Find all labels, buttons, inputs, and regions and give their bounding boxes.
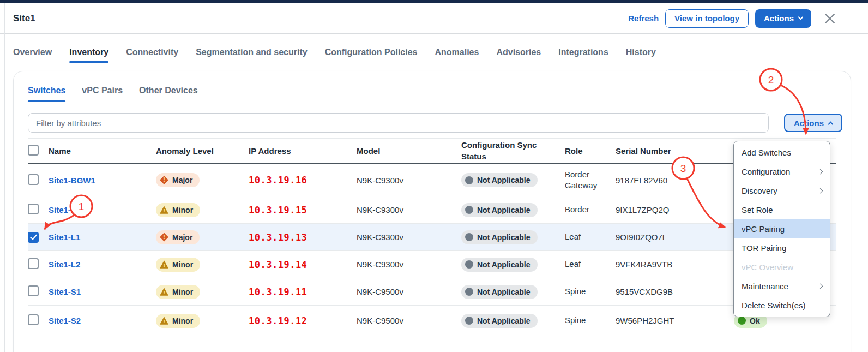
tab-integrations[interactable]: Integrations bbox=[558, 34, 608, 70]
switch-name-link[interactable]: Site1-L1 bbox=[49, 232, 80, 242]
switches-table: Name Anomaly Level IP Address Model Conf… bbox=[14, 133, 851, 336]
table-row: Site1-S1 !Minor 10.3.19.11 N9K-C9500v No… bbox=[28, 278, 836, 306]
anomaly-badge: !Minor bbox=[156, 203, 200, 217]
ip-address-value: 10.3.19.16 bbox=[249, 175, 357, 186]
ip-address-value: 10.3.19.13 bbox=[249, 232, 357, 243]
anomaly-icon: ! bbox=[160, 288, 168, 296]
actions-menu-item[interactable]: Maintenance bbox=[734, 277, 830, 296]
anomaly-icon: ! bbox=[160, 260, 168, 269]
switch-name-link[interactable]: Site1-S2 bbox=[49, 316, 81, 325]
view-in-topology-button[interactable]: View in topology bbox=[665, 9, 749, 28]
model-value: N9K-C9300v bbox=[357, 205, 461, 214]
row-checkbox[interactable] bbox=[28, 285, 39, 296]
close-icon[interactable] bbox=[823, 12, 836, 25]
tab-segmentation-and-security[interactable]: Segmentation and security bbox=[196, 34, 308, 70]
submenu-chevron-icon bbox=[818, 284, 823, 289]
serial-number-value: 9515VCXDG9B bbox=[616, 287, 718, 296]
status-dot-icon bbox=[465, 288, 473, 296]
tab-overview[interactable]: Overview bbox=[13, 34, 52, 70]
subtab-switches[interactable]: Switches bbox=[28, 86, 65, 102]
status-dot-icon bbox=[465, 206, 473, 214]
switch-name-link[interactable]: Site1-S1 bbox=[49, 287, 81, 296]
select-all-checkbox[interactable] bbox=[28, 145, 39, 156]
config-sync-status-badge: Not Applicable bbox=[461, 285, 538, 299]
subtab-other-devices[interactable]: Other Devices bbox=[139, 86, 198, 102]
actions-menu-item[interactable]: Discovery bbox=[734, 181, 830, 200]
ip-address-value: 10.3.19.11 bbox=[249, 287, 357, 297]
table-row: Site1-S2 !Minor 10.3.19.12 N9K-C9500v No… bbox=[28, 306, 836, 336]
anomaly-badge: !Major bbox=[156, 230, 200, 244]
serial-number-value: 9187EL82V60 bbox=[616, 176, 718, 185]
row-checkbox[interactable] bbox=[28, 204, 39, 214]
row-checkbox[interactable] bbox=[28, 174, 39, 185]
filter-input[interactable] bbox=[28, 113, 769, 133]
status-dot-icon bbox=[465, 233, 473, 241]
table-toolbar: Actions bbox=[14, 102, 851, 133]
role-value: Spine bbox=[565, 315, 616, 326]
table-row: Site1-L1 !Major 10.3.19.13 N9K-C9300v No… bbox=[28, 224, 836, 251]
tab-advisories[interactable]: Advisories bbox=[496, 34, 541, 70]
actions-menu-item[interactable]: Add Switches bbox=[734, 143, 830, 162]
role-value: Border Gateway bbox=[565, 169, 616, 192]
role-value: Spine bbox=[565, 286, 616, 297]
ok-dot-icon bbox=[738, 317, 746, 325]
status-dot-icon bbox=[465, 176, 473, 184]
serial-number-value: 9W56PH2JGHT bbox=[616, 316, 718, 325]
serial-number-value: 9VFK4RA9VTB bbox=[616, 260, 718, 269]
table-body: Site1-BGW1 !Major 10.3.19.16 N9K-C9300v … bbox=[28, 164, 836, 336]
column-header-model[interactable]: Model bbox=[357, 146, 461, 156]
column-header-role[interactable]: Role bbox=[565, 146, 616, 156]
actions-menu-item[interactable]: vPC Pairing bbox=[734, 219, 830, 238]
anomaly-icon: ! bbox=[160, 176, 168, 184]
model-value: N9K-C9300v bbox=[357, 260, 461, 269]
page-title: Site1 bbox=[13, 13, 35, 24]
serial-number-value: 9IX1L7ZPQ2Q bbox=[616, 205, 718, 214]
anomaly-icon: ! bbox=[160, 206, 168, 214]
actions-menu-item[interactable]: Configuration bbox=[734, 162, 830, 181]
config-sync-status-badge: Not Applicable bbox=[461, 314, 538, 328]
tab-history[interactable]: History bbox=[626, 34, 656, 70]
tab-configuration-policies[interactable]: Configuration Policies bbox=[325, 34, 418, 70]
status-dot-icon bbox=[465, 260, 473, 269]
panel-actions-button[interactable]: Actions bbox=[755, 9, 811, 28]
table-actions-button[interactable]: Actions bbox=[784, 114, 842, 132]
role-value: Leaf bbox=[565, 231, 616, 242]
column-header-config-sync-status[interactable]: Configuration Sync Status bbox=[461, 140, 548, 162]
row-checkbox[interactable] bbox=[28, 258, 39, 269]
actions-menu-item[interactable]: vPC Overview bbox=[734, 258, 830, 277]
column-header-ip-address[interactable]: IP Address bbox=[249, 146, 357, 156]
switch-name-link[interactable]: Site1-BGW1 bbox=[49, 176, 95, 185]
switch-name-link[interactable]: Site1-BL1 bbox=[49, 205, 86, 214]
actions-menu-item[interactable]: TOR Pairing bbox=[734, 238, 830, 258]
submenu-chevron-icon bbox=[818, 169, 823, 175]
chevron-down-icon bbox=[798, 15, 804, 20]
table-row: Site1-BGW1 !Major 10.3.19.16 N9K-C9300v … bbox=[28, 164, 836, 196]
table-row: Site1-BL1 !Minor 10.3.19.15 N9K-C9300v N… bbox=[28, 196, 836, 224]
column-header-anomaly-level[interactable]: Anomaly Level bbox=[156, 146, 249, 156]
column-header-serial-number[interactable]: Serial Number bbox=[616, 146, 718, 156]
row-checkbox[interactable] bbox=[28, 314, 39, 325]
model-value: N9K-C9300v bbox=[357, 232, 461, 242]
config-sync-status-badge: Not Applicable bbox=[461, 230, 538, 244]
ip-address-value: 10.3.19.15 bbox=[249, 205, 357, 216]
config-sync-status-badge: Not Applicable bbox=[461, 258, 538, 272]
tab-inventory[interactable]: Inventory bbox=[69, 34, 108, 70]
serial-number-value: 9OI9I0ZQO7L bbox=[616, 232, 718, 242]
main-tab-bar: Overview Inventory Connectivity Segmenta… bbox=[0, 34, 868, 71]
tab-connectivity[interactable]: Connectivity bbox=[126, 34, 178, 70]
actions-menu-item[interactable]: Delete Switch(es) bbox=[734, 296, 830, 315]
actions-menu-item[interactable]: Set Role bbox=[734, 200, 830, 219]
ip-address-value: 10.3.19.12 bbox=[249, 315, 357, 326]
subtab-vpc-pairs[interactable]: vPC Pairs bbox=[82, 86, 123, 102]
column-header-name[interactable]: Name bbox=[49, 146, 156, 156]
status-dot-icon bbox=[465, 317, 473, 325]
row-checkbox[interactable] bbox=[28, 232, 39, 243]
switch-name-link[interactable]: Site1-L2 bbox=[49, 260, 80, 269]
ip-address-value: 10.3.19.14 bbox=[249, 259, 357, 270]
submenu-chevron-icon bbox=[818, 188, 823, 194]
device-type-tab-bar: Switches vPC Pairs Other Devices bbox=[14, 71, 851, 102]
role-value: Leaf bbox=[565, 259, 616, 270]
refresh-link[interactable]: Refresh bbox=[628, 14, 659, 23]
chevron-up-icon bbox=[828, 121, 834, 127]
tab-anomalies[interactable]: Anomalies bbox=[435, 34, 479, 70]
